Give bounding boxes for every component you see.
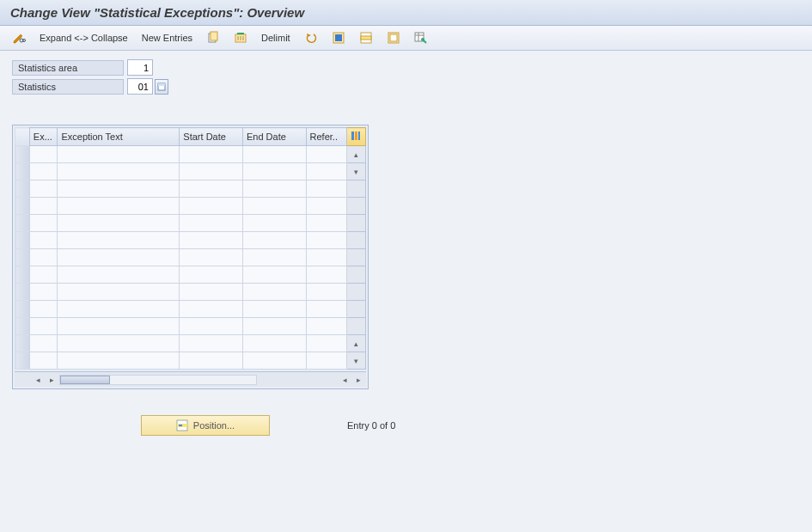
cell[interactable]: [58, 215, 180, 232]
cell[interactable]: [306, 284, 346, 301]
scroll-down-icon[interactable]: ▾: [346, 352, 365, 370]
cell[interactable]: [306, 352, 346, 370]
vscroll-track[interactable]: [346, 215, 365, 232]
cell[interactable]: [29, 352, 58, 370]
row-selector[interactable]: [15, 301, 30, 318]
expand-collapse-button[interactable]: Expand <-> Collapse: [36, 31, 131, 45]
scroll-last-icon[interactable]: ▸: [352, 374, 364, 386]
select-block-button[interactable]: [356, 29, 376, 46]
vscroll-track[interactable]: [346, 232, 365, 249]
cell[interactable]: [29, 266, 58, 284]
col-header-exception-text[interactable]: Exception Text: [58, 128, 180, 146]
col-header-ex[interactable]: Ex...: [29, 128, 58, 146]
cell[interactable]: [58, 232, 180, 249]
cell[interactable]: [29, 232, 58, 249]
cell[interactable]: [306, 266, 346, 284]
scroll-page-up-icon[interactable]: ▾: [346, 163, 365, 180]
cell[interactable]: [29, 215, 58, 232]
cell[interactable]: [180, 198, 243, 215]
scroll-right-icon[interactable]: ◂: [339, 374, 351, 386]
row-selector[interactable]: [15, 318, 30, 335]
cell[interactable]: [29, 335, 58, 352]
statistics-area-input[interactable]: [127, 59, 153, 76]
cell[interactable]: [180, 352, 243, 370]
cell[interactable]: [242, 232, 306, 249]
cell[interactable]: [306, 301, 346, 318]
vscroll-track[interactable]: [346, 266, 365, 284]
cell[interactable]: [58, 180, 180, 198]
cell[interactable]: [242, 146, 306, 163]
cell[interactable]: [242, 215, 306, 232]
cell[interactable]: [29, 318, 58, 335]
cell[interactable]: [58, 284, 180, 301]
cell[interactable]: [306, 146, 346, 163]
deselect-all-button[interactable]: [383, 29, 404, 46]
cell[interactable]: [58, 352, 180, 370]
cell[interactable]: [242, 301, 306, 318]
cell[interactable]: [58, 335, 180, 352]
cell[interactable]: [180, 335, 243, 352]
toggle-display-change-button[interactable]: [9, 29, 29, 46]
statistics-input[interactable]: [127, 78, 153, 95]
vscroll-track[interactable]: [346, 198, 365, 215]
scroll-left-icon[interactable]: ▸: [46, 374, 58, 386]
col-header-start-date[interactable]: Start Date: [180, 128, 243, 146]
row-selector[interactable]: [15, 266, 30, 284]
cell[interactable]: [306, 335, 346, 352]
cell[interactable]: [180, 301, 243, 318]
cell[interactable]: [180, 232, 243, 249]
cell[interactable]: [180, 180, 243, 198]
col-header-end-date[interactable]: End Date: [242, 128, 306, 146]
cell[interactable]: [180, 215, 243, 232]
position-button[interactable]: Position...: [141, 415, 270, 436]
row-selector[interactable]: [15, 146, 30, 163]
select-all-cell[interactable]: [15, 128, 30, 146]
cell[interactable]: [306, 163, 346, 180]
vscroll-track[interactable]: [346, 180, 365, 198]
cell[interactable]: [306, 180, 346, 198]
cell[interactable]: [29, 163, 58, 180]
cell[interactable]: [29, 146, 58, 163]
row-selector[interactable]: [15, 215, 30, 232]
cell[interactable]: [58, 163, 180, 180]
value-help-button[interactable]: [155, 79, 168, 95]
col-header-refer[interactable]: Refer..: [306, 128, 346, 146]
row-selector[interactable]: [15, 180, 30, 198]
row-selector[interactable]: [15, 284, 30, 301]
cell[interactable]: [306, 232, 346, 249]
hscroll-thumb[interactable]: [60, 376, 110, 384]
row-selector[interactable]: [15, 249, 30, 266]
cell[interactable]: [180, 249, 243, 266]
cell[interactable]: [29, 180, 58, 198]
cell[interactable]: [58, 198, 180, 215]
scroll-first-icon[interactable]: ◂: [32, 374, 44, 386]
cell[interactable]: [180, 266, 243, 284]
cell[interactable]: [29, 301, 58, 318]
horizontal-scrollbar[interactable]: ◂ ▸ ◂ ▸: [15, 371, 366, 387]
cell[interactable]: [306, 215, 346, 232]
cell[interactable]: [306, 198, 346, 215]
cell[interactable]: [29, 284, 58, 301]
row-selector[interactable]: [15, 198, 30, 215]
cell[interactable]: [58, 146, 180, 163]
cell[interactable]: [242, 198, 306, 215]
cell[interactable]: [58, 266, 180, 284]
scroll-up-icon[interactable]: ▴: [346, 146, 365, 163]
cell[interactable]: [242, 163, 306, 180]
cell[interactable]: [242, 352, 306, 370]
cell[interactable]: [29, 198, 58, 215]
cell[interactable]: [58, 301, 180, 318]
delete-button[interactable]: [230, 29, 251, 46]
row-selector[interactable]: [15, 335, 30, 352]
cell[interactable]: [58, 318, 180, 335]
cell[interactable]: [180, 318, 243, 335]
new-entries-button[interactable]: New Entries: [138, 31, 196, 45]
vscroll-track[interactable]: [346, 249, 365, 266]
cell[interactable]: [58, 249, 180, 266]
cell[interactable]: [306, 318, 346, 335]
cell[interactable]: [242, 335, 306, 352]
cell[interactable]: [180, 163, 243, 180]
hscroll-track[interactable]: [59, 375, 257, 385]
cell[interactable]: [180, 284, 243, 301]
vscroll-track[interactable]: [346, 318, 365, 335]
